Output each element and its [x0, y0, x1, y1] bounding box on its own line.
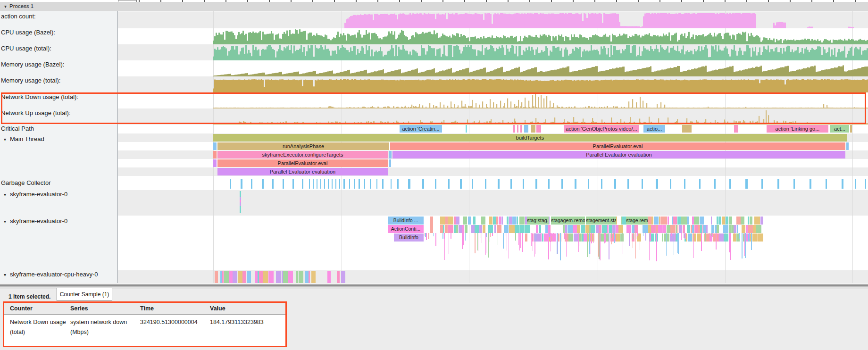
- evaluator-slice[interactable]: [430, 217, 433, 233]
- evaluator-slice[interactable]: [440, 225, 443, 233]
- track-label-network-down-usage-total-[interactable]: Network Down usage (total):: [1, 93, 78, 100]
- evaluator-slice[interactable]: [509, 225, 515, 233]
- evaluator-slice[interactable]: [643, 225, 648, 233]
- critical-path-slice[interactable]: [513, 125, 515, 133]
- gc-event-tick[interactable]: [670, 179, 671, 189]
- evaluator-slice[interactable]: [242, 271, 246, 283]
- evaluator-slice[interactable]: [565, 225, 568, 233]
- counter-chart-cpu-usage-bazel-[interactable]: [118, 28, 868, 44]
- track-label-skyframe-evaluator-cpu-heavy-0[interactable]: ▾skyframe-evaluator-cpu-heavy-0: [4, 271, 98, 278]
- evaluator-labeled-slice[interactable]: BuildInfo: [394, 233, 424, 242]
- main-thread-slice[interactable]: [389, 151, 392, 158]
- evaluator-stack-line[interactable]: [566, 233, 567, 241]
- critical-path-slice[interactable]: [517, 125, 518, 133]
- evaluator-stack-line[interactable]: [605, 233, 606, 242]
- evaluator-slice[interactable]: [440, 217, 445, 225]
- main-thread-slice[interactable]: [213, 151, 217, 158]
- main-thread-slice[interactable]: runAnalysisPhase: [217, 142, 389, 150]
- gc-event-tick[interactable]: [498, 179, 500, 189]
- critical-path-slice[interactable]: act...: [830, 125, 849, 133]
- evaluator-slice[interactable]: [288, 271, 292, 283]
- column-header-time[interactable]: Time: [140, 303, 210, 314]
- evaluator-stack-line[interactable]: [622, 233, 623, 240]
- evaluator-stack-line[interactable]: [509, 233, 509, 258]
- evaluator-slice[interactable]: [651, 217, 653, 225]
- evaluator-slice[interactable]: [494, 225, 496, 233]
- evaluator-stack-line[interactable]: [560, 233, 561, 260]
- evaluator-slice[interactable]: [268, 271, 274, 283]
- counter-chart-memory-usage-bazel-[interactable]: [118, 60, 868, 76]
- gc-event-tick[interactable]: [472, 179, 473, 189]
- gc-event-tick[interactable]: [777, 179, 779, 189]
- column-header-value[interactable]: Value: [210, 303, 285, 314]
- gc-event-tick[interactable]: [561, 179, 563, 189]
- gc-event-tick[interactable]: [714, 179, 716, 189]
- evaluator-slice[interactable]: [536, 225, 538, 233]
- gc-event-tick[interactable]: [317, 179, 317, 189]
- evaluator-stack-line[interactable]: [609, 233, 609, 259]
- evaluator-stack-line[interactable]: [563, 233, 564, 243]
- evaluator-staging-slice[interactable]: stage.remot...: [626, 217, 648, 225]
- evaluator-slice[interactable]: [662, 225, 666, 233]
- evaluator-stack-line[interactable]: [496, 233, 497, 237]
- track-row-background[interactable]: [118, 190, 868, 216]
- evaluator-stack-line[interactable]: [671, 233, 672, 236]
- evaluator-stack-line[interactable]: [730, 233, 731, 260]
- critical-path-slice[interactable]: action 'Creatin...: [400, 125, 442, 133]
- tab-counter-sample[interactable]: Counter Sample (1): [57, 288, 112, 301]
- evaluator-slice[interactable]: [497, 225, 499, 233]
- evaluator-slice[interactable]: [706, 225, 708, 233]
- gc-event-tick[interactable]: [810, 179, 811, 189]
- gc-event-tick[interactable]: [601, 179, 602, 189]
- evaluator-stack-line[interactable]: [578, 233, 579, 252]
- evaluator-slice[interactable]: [616, 225, 618, 233]
- track-label-memory-usage-total-[interactable]: Memory usage (total):: [1, 77, 60, 84]
- gc-event-tick[interactable]: [656, 179, 658, 189]
- evaluator-stack-line[interactable]: [637, 233, 638, 236]
- evaluator-slice[interactable]: [664, 233, 669, 242]
- evaluator-slice[interactable]: [609, 225, 612, 233]
- evaluator-slice[interactable]: [501, 217, 503, 225]
- evaluator-slice[interactable]: [726, 217, 728, 225]
- evaluator-slice[interactable]: [259, 271, 262, 283]
- evaluator-slice[interactable]: [711, 225, 714, 233]
- gc-event-tick[interactable]: [230, 179, 231, 189]
- evaluator-stack-line[interactable]: [645, 233, 646, 241]
- evaluator-slice[interactable]: [463, 217, 467, 225]
- evaluator-slice[interactable]: [681, 217, 687, 225]
- evaluator-slice[interactable]: [515, 225, 519, 233]
- gc-event-tick[interactable]: [510, 179, 512, 189]
- evaluator-stack-line[interactable]: [475, 233, 476, 253]
- gc-event-tick[interactable]: [332, 179, 333, 189]
- evaluator-slice[interactable]: [758, 233, 763, 242]
- evaluator-slice[interactable]: [596, 225, 599, 233]
- evaluator-stack-line[interactable]: [709, 233, 710, 242]
- evaluator-slice[interactable]: [263, 271, 268, 283]
- evaluator-stack-line[interactable]: [522, 233, 523, 252]
- evaluator-stack-line[interactable]: [564, 233, 565, 239]
- evaluator-stack-line[interactable]: [478, 233, 479, 251]
- evaluator-slice[interactable]: [667, 225, 670, 233]
- evaluator-slice[interactable]: [563, 225, 565, 233]
- evaluator-stack-line[interactable]: [677, 233, 678, 253]
- evaluator-stack-line[interactable]: [570, 233, 571, 237]
- evaluator-stack-line[interactable]: [498, 233, 499, 245]
- evaluator-stack-line[interactable]: [678, 233, 679, 254]
- evaluator-slice[interactable]: [697, 233, 701, 242]
- evaluator-mini-slice[interactable]: [240, 206, 241, 213]
- evaluator-stack-line[interactable]: [535, 233, 536, 254]
- track-label-memory-usage-bazel-[interactable]: Memory usage (Bazel):: [1, 61, 64, 68]
- process-header[interactable]: ▾Process 1: [0, 2, 868, 11]
- evaluator-stack-line[interactable]: [666, 233, 667, 256]
- evaluator-stack-line[interactable]: [701, 233, 702, 251]
- evaluator-slice[interactable]: [568, 225, 573, 233]
- evaluator-slice[interactable]: [473, 217, 476, 225]
- gc-event-tick[interactable]: [523, 179, 524, 189]
- gc-event-tick[interactable]: [382, 179, 384, 189]
- panel-divider[interactable]: [0, 283, 868, 289]
- gc-event-tick[interactable]: [745, 179, 748, 189]
- evaluator-slice[interactable]: [224, 271, 229, 283]
- evaluator-stack-line[interactable]: [705, 233, 706, 242]
- evaluator-stack-line[interactable]: [533, 233, 534, 251]
- evaluator-slice[interactable]: [729, 217, 732, 225]
